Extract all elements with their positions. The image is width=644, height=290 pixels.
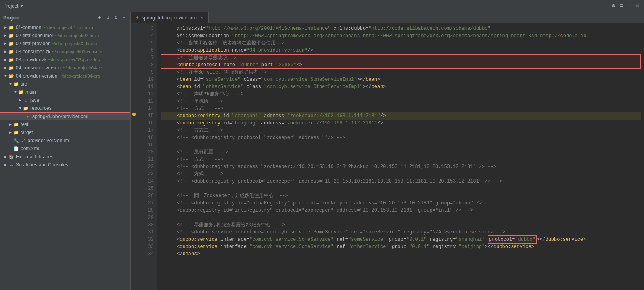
code-token: /> — [296, 61, 302, 69]
code-line-12: <!-- 声明zk服务中心 --> — [161, 90, 641, 98]
sidebar-item-03-consumer-zk[interactable]: ▶ 📁 03-consumer-zk ~/idea-project/03-con… — [0, 48, 130, 56]
code-token: name= — [229, 47, 247, 54]
item-label: 02-first-provider — [16, 41, 50, 46]
code-token: bean — [372, 83, 383, 90]
line-num-31: 31 — [137, 229, 157, 236]
sidebar-item-02-first-consumer[interactable]: ▶ 📁 02-first-consumer ~/idea-project/02-… — [0, 32, 130, 40]
code-token: <!-- 方式二 --> — [177, 170, 223, 178]
gutter-empty — [131, 67, 137, 74]
code-token: bean — [366, 76, 377, 83]
lib-icon: 📚 — [8, 153, 15, 160]
line-num-25: 25 — [137, 185, 157, 192]
code-token: "dubbo" — [238, 61, 258, 69]
line-num-19: 19 — [137, 141, 157, 149]
sidebar-title: Project — [3, 15, 20, 21]
tab-close-button[interactable]: ✕ — [200, 15, 203, 20]
sidebar-item-01-common[interactable]: ▶ 📁 01-common ~/idea-project/01-common — [0, 23, 130, 32]
sidebar-item-04-consumer-version[interactable]: ▶ 📁 04-consumer-version ~/idea-project/0… — [0, 64, 130, 72]
code-token: < — [177, 47, 180, 54]
code-token: <!--注册Service, 将服务的提供者--> — [177, 69, 267, 76]
sidebar-item-spring-dubbo-provider[interactable]: ✦ spring-dubbo-provider.xml — [0, 112, 130, 120]
project-dropdown[interactable]: Project ▼ — [3, 3, 23, 9]
code-token: < — [177, 83, 180, 90]
sidebar-item-pom[interactable]: 📄 pom.xml — [0, 145, 130, 153]
sidebar-gear-icon[interactable]: ⚙ — [113, 15, 119, 21]
code-line-21: <!-- 方式一 --> — [161, 156, 641, 163]
editor-content: 3 4 5 6 7 8 9 10 11 12 13 14 15 16 17 18… — [131, 23, 644, 290]
line-num-15: 15 — [137, 112, 157, 120]
folder-icon: 📁 — [13, 81, 19, 87]
line-num-22: 22 — [137, 163, 157, 170]
code-line-13: <!-- 单机版 --> — [161, 98, 641, 105]
sidebar-add-icon[interactable]: ⊕ — [96, 15, 103, 21]
settings-icon[interactable]: ≡ — [618, 3, 625, 9]
line-num-32: 32 — [137, 236, 157, 243]
tree-arrow: ▼ — [13, 90, 18, 95]
sidebar-item-test[interactable]: ▶ 📁 test — [0, 120, 130, 128]
code-token: "zookeeper://192.168.1.111:2181" — [287, 112, 380, 120]
code-line-32: <dubbo:service interface="com.cyb.servic… — [161, 236, 641, 243]
code-line-31: <!-- <dubbo:service interface="com.cyb.s… — [161, 229, 641, 236]
line-num-10: 10 — [137, 76, 157, 83]
code-token: "com.cyb.service.OtherServiceImpl" — [264, 83, 363, 90]
item-path: ~/idea-project/02-first-c — [55, 33, 100, 38]
gutter-empty — [131, 74, 137, 82]
code-token: > — [377, 76, 380, 83]
code-token: > — [531, 243, 534, 250]
code-token: <!-- 方式二 --> — [177, 127, 223, 134]
line-num-14: 14 — [137, 105, 157, 112]
code-line-4: xsi:schemaLocation="http://www.springfra… — [161, 32, 641, 40]
tree-arrow: ▶ — [3, 41, 8, 46]
code-token: "shanghai" — [456, 236, 485, 243]
line-num-29: 29 — [137, 214, 157, 221]
sidebar-item-target[interactable]: ▶ 📁 target — [0, 128, 130, 137]
item-label: External Libraries — [16, 154, 53, 160]
code-token: <!--当前工程名称，该名称将在监控平台使用--> — [177, 40, 284, 47]
sidebar-item-04-provider-version[interactable]: ▼ 📂 04-provider-version ~/idea-project/0… — [0, 72, 130, 80]
tree-arrow: ▶ — [3, 25, 8, 30]
line-num-9: 9 — [137, 69, 157, 76]
add-icon[interactable]: ⊕ — [610, 3, 617, 9]
sidebar-item-main[interactable]: ▼ 📁 main — [0, 88, 130, 96]
code-token: <!-- 方式一 --> — [177, 156, 223, 163]
line-num-8: 8 — [137, 61, 157, 69]
line-num-34: 34 — [137, 250, 157, 258]
sidebar-item-03-provider-zk[interactable]: ▶ 📁 03-provider-zk ~/idea-project/03-pro… — [0, 56, 130, 64]
sidebar-hide-icon[interactable]: − — [121, 15, 127, 21]
close-icon[interactable]: ✕ — [634, 3, 641, 9]
editor-area: ✦ spring-dubbo-provider.xml ✕ — [131, 12, 644, 290]
line-numbers: 3 4 5 6 7 8 9 10 11 12 13 14 15 16 17 18… — [137, 23, 157, 290]
sidebar-item-resources[interactable]: ▼ 📁 resources — [0, 104, 130, 112]
sidebar-item-02-first-provider[interactable]: ▶ 📁 02-first-provider ~/idea-project/02-… — [0, 40, 130, 48]
code-token: name= — [221, 61, 238, 69]
minimize-icon[interactable]: − — [626, 3, 633, 9]
code-token: address= — [258, 120, 284, 127]
active-tab[interactable]: ✦ spring-dubbo-provider.xml ✕ — [131, 12, 209, 23]
code-line-25 — [161, 185, 641, 192]
sidebar-item-java[interactable]: ▶ ☕ java — [0, 96, 130, 104]
code-token: <!-- <dubbo:registry address="zookeeper:… — [177, 163, 496, 170]
code-token: address= — [261, 112, 287, 120]
code-token: "0.0.1" — [406, 236, 427, 243]
item-path: ~/idea-project/03-consum — [52, 49, 102, 54]
code-token: "http://www.w3.org/2001/XMLSchema-instan… — [206, 25, 331, 32]
line-num-11: 11 — [137, 83, 157, 90]
tree-arrow: ▶ — [8, 122, 13, 127]
code-token: dubbo:registry — [180, 112, 220, 120]
code-line-26: <!-- 同一Zookeeper，分成多组注册中心 --> — [161, 192, 641, 200]
code-line-24: <!-- <dubbo:registry protocol="zookeeper… — [161, 178, 641, 185]
code-token: "com.cyb.service.SomeService" — [249, 236, 334, 243]
code-token: <!-- 暴露服务,将服务暴露给zk服务中心 --> — [177, 221, 285, 229]
code-token: "0.0.1" — [409, 243, 429, 250]
folder-icon: 📁 — [13, 129, 19, 136]
warning-marker — [131, 111, 137, 118]
sidebar-item-src[interactable]: ▼ 📁 src — [0, 80, 130, 88]
code-area[interactable]: xmlns:xsi="http://www.w3.org/2001/XMLSch… — [157, 23, 644, 290]
item-label: test — [21, 122, 28, 127]
sidebar-item-external-libraries[interactable]: ▶ 📚 External Libraries — [0, 153, 130, 161]
sidebar-sync-icon[interactable]: ⇄ — [105, 15, 111, 21]
line-num-26: 26 — [137, 192, 157, 200]
sidebar-item-scratches[interactable]: ▶ ✏ Scratches and Consoles — [0, 161, 130, 169]
code-token: dubbo:protocol — [180, 61, 221, 69]
sidebar-item-iml[interactable]: 🔧 04-provider-version.iml — [0, 137, 130, 145]
